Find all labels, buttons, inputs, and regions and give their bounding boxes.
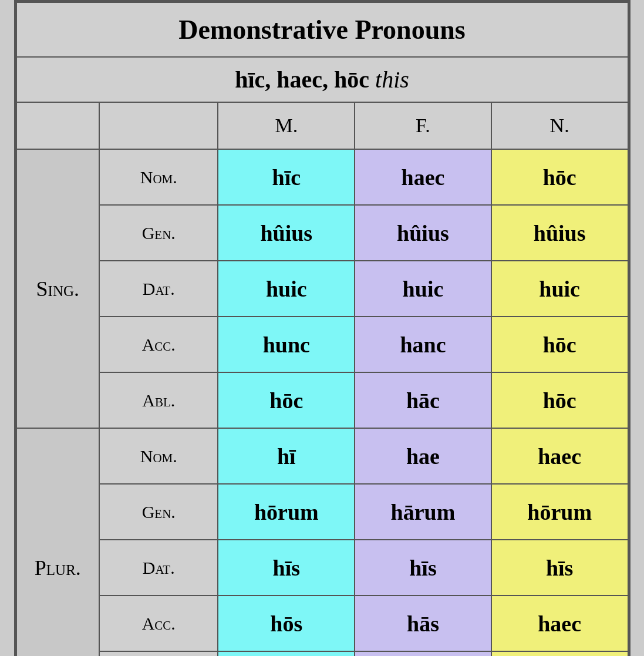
sing-dat-f: huic bbox=[355, 261, 491, 317]
sing-gen-m: hûius bbox=[218, 205, 355, 261]
sing-abl-row: Abl. hōc hāc hōc bbox=[16, 372, 628, 428]
plur-acc-f: hās bbox=[355, 596, 491, 651]
plur-gen-case: Gen. bbox=[99, 484, 218, 540]
plur-nom-row: Plur. Nom. hī hae haec bbox=[16, 428, 628, 484]
sing-abl-case: Abl. bbox=[99, 372, 218, 428]
header-row: M. F. N. bbox=[16, 102, 628, 149]
sing-dat-case: Dat. bbox=[99, 261, 218, 317]
sing-gen-n: hûius bbox=[491, 205, 628, 261]
plur-nom-f: hae bbox=[355, 428, 491, 484]
sing-dat-n: huic bbox=[491, 261, 628, 317]
plur-abl-row: Abl. hīs hīs hīs bbox=[16, 651, 628, 656]
plur-abl-n: hīs bbox=[491, 651, 628, 656]
sing-abl-f: hāc bbox=[355, 372, 491, 428]
plur-nom-n: haec bbox=[491, 428, 628, 484]
header-n: N. bbox=[491, 102, 628, 149]
plur-abl-m: hīs bbox=[218, 651, 355, 656]
subtitle-row: hīc, haec, hōc this bbox=[16, 57, 628, 102]
plur-dat-row: Dat. hīs hīs hīs bbox=[16, 540, 628, 596]
header-m: M. bbox=[218, 102, 355, 149]
plur-dat-case: Dat. bbox=[99, 540, 218, 596]
plur-label: Plur. bbox=[16, 428, 100, 656]
header-f: F. bbox=[355, 102, 491, 149]
sing-gen-row: Gen. hûius hûius hûius bbox=[16, 205, 628, 261]
sing-nom-row: Sing. Nom. hīc haec hōc bbox=[16, 149, 628, 205]
table-title: Demonstrative Pronouns bbox=[16, 2, 628, 57]
sing-dat-m: huic bbox=[218, 261, 355, 317]
subtitle-italic: this bbox=[375, 66, 409, 93]
sing-nom-n: hōc bbox=[491, 149, 628, 205]
plur-abl-case: Abl. bbox=[99, 651, 218, 656]
sing-abl-n: hōc bbox=[491, 372, 628, 428]
corner-empty-1 bbox=[16, 102, 100, 149]
plur-nom-m: hī bbox=[218, 428, 355, 484]
sing-gen-case: Gen. bbox=[99, 205, 218, 261]
plur-nom-case: Nom. bbox=[99, 428, 218, 484]
plur-acc-row: Acc. hōs hās haec bbox=[16, 596, 628, 651]
sing-nom-m: hīc bbox=[218, 149, 355, 205]
sing-nom-f: haec bbox=[355, 149, 491, 205]
plur-acc-n: haec bbox=[491, 596, 628, 651]
plur-abl-f: hīs bbox=[355, 651, 491, 656]
plur-acc-case: Acc. bbox=[99, 596, 218, 651]
title-row: Demonstrative Pronouns bbox=[16, 2, 628, 57]
sing-gen-f: hûius bbox=[355, 205, 491, 261]
subtitle-bold: hīc, haec, hōc bbox=[235, 66, 369, 93]
plur-gen-f: hārum bbox=[355, 484, 491, 540]
main-table-wrapper: Demonstrative Pronouns hīc, haec, hōc th… bbox=[14, 0, 630, 656]
sing-acc-n: hōc bbox=[491, 317, 628, 372]
plur-acc-m: hōs bbox=[218, 596, 355, 651]
sing-abl-m: hōc bbox=[218, 372, 355, 428]
sing-acc-f: hanc bbox=[355, 317, 491, 372]
corner-empty-2 bbox=[99, 102, 218, 149]
plur-gen-m: hōrum bbox=[218, 484, 355, 540]
sing-nom-case: Nom. bbox=[99, 149, 218, 205]
plur-gen-n: hōrum bbox=[491, 484, 628, 540]
sing-label: Sing. bbox=[16, 149, 100, 428]
plur-gen-row: Gen. hōrum hārum hōrum bbox=[16, 484, 628, 540]
sing-acc-case: Acc. bbox=[99, 317, 218, 372]
plur-dat-n: hīs bbox=[491, 540, 628, 596]
sing-acc-m: hunc bbox=[218, 317, 355, 372]
plur-dat-f: hīs bbox=[355, 540, 491, 596]
subtitle-cell: hīc, haec, hōc this bbox=[16, 57, 628, 102]
sing-acc-row: Acc. hunc hanc hōc bbox=[16, 317, 628, 372]
plur-dat-m: hīs bbox=[218, 540, 355, 596]
sing-dat-row: Dat. huic huic huic bbox=[16, 261, 628, 317]
